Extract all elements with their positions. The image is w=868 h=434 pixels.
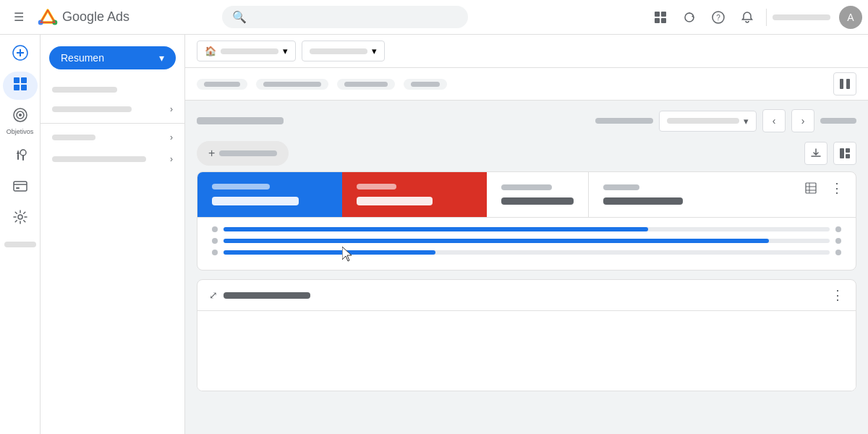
svg-rect-18	[21, 85, 27, 90]
separator-line-2	[820, 118, 856, 124]
stat-red-title	[357, 184, 396, 190]
account-line	[773, 14, 830, 20]
stat-neutral-1-card[interactable]	[487, 172, 589, 217]
filter-chip-4[interactable]	[404, 79, 447, 90]
nav-panel: Resumen ▾ › › ›	[41, 35, 185, 434]
date-filter-chevron-icon: ▾	[372, 46, 377, 56]
grid-view-button[interactable]	[647, 4, 673, 30]
filter-chip-1-label	[204, 82, 240, 87]
svg-rect-16	[21, 77, 27, 83]
svg-rect-30	[846, 79, 850, 89]
campaign-selector[interactable]: 🏠 ▾	[197, 41, 296, 61]
stat-neutral-1-value	[501, 197, 574, 205]
stat-blue-card[interactable]	[197, 172, 342, 217]
separator-line	[595, 118, 653, 124]
widget-more-button[interactable]: ⋮	[827, 178, 847, 198]
page-header-right: ▾ ‹ ›	[595, 109, 856, 132]
home-icon: 🏠	[205, 46, 216, 56]
chart-bar-fill-3	[224, 250, 435, 255]
svg-text:?: ?	[716, 14, 720, 22]
table-view-button[interactable]	[801, 178, 821, 198]
add-widget-button[interactable]: +	[197, 141, 289, 166]
avatar[interactable]: A	[839, 6, 862, 29]
help-button[interactable]: ?	[705, 4, 731, 30]
campaign-selector-label	[221, 48, 278, 54]
hamburger-menu-button[interactable]: ☰	[6, 4, 32, 30]
help-icon: ?	[712, 11, 725, 24]
widget-actions-right	[804, 142, 856, 165]
campaign-selector-chevron-icon: ▾	[283, 46, 288, 56]
refresh-button[interactable]	[676, 4, 702, 30]
stat-neutral-2-card[interactable]	[589, 172, 705, 217]
prev-icon: ‹	[773, 115, 776, 127]
stat-red-card[interactable]	[342, 172, 487, 217]
grid-icon	[654, 11, 667, 24]
stats-widget: ⋮	[197, 171, 856, 271]
nav-item-1[interactable]	[41, 81, 184, 98]
sidebar-item-create[interactable]	[3, 41, 38, 69]
resumen-chevron-icon: ▾	[159, 52, 164, 64]
date-range-selector[interactable]: ▾	[659, 111, 757, 132]
add-widget-plus-icon: +	[208, 147, 215, 160]
filter-chip-1[interactable]	[197, 79, 247, 90]
chart-row-1	[212, 226, 841, 232]
tools-icon	[12, 147, 28, 166]
resumen-label: Resumen	[61, 52, 104, 64]
add-widget-label	[219, 150, 277, 156]
stat-neutral-1-title	[501, 184, 552, 190]
layout-toggle-button[interactable]	[833, 142, 856, 165]
expand-icon[interactable]: ⤢	[209, 289, 218, 301]
sidebar-item-settings[interactable]	[3, 205, 38, 233]
nav-item-4[interactable]: ›	[41, 148, 184, 170]
svg-point-28	[18, 215, 22, 219]
svg-rect-8	[661, 18, 666, 23]
prev-page-button[interactable]: ‹	[762, 109, 786, 132]
svg-rect-31	[840, 148, 844, 158]
filter-chip-3-label	[344, 82, 388, 87]
chart-bar-fill-2	[224, 239, 769, 243]
sidebar-bottom-line	[4, 242, 36, 247]
resumen-button[interactable]: Resumen ▾	[49, 46, 176, 69]
filter-chip-2[interactable]	[256, 79, 328, 90]
date-range-chevron-icon: ▾	[744, 116, 749, 127]
nav-item-4-label	[52, 156, 146, 162]
svg-rect-15	[14, 77, 20, 83]
sidebar-item-tools[interactable]	[3, 142, 38, 171]
download-icon	[810, 148, 822, 159]
stat-blue-value	[212, 197, 299, 205]
columns-button[interactable]	[833, 72, 856, 95]
table-widget-more-button[interactable]: ⋮	[831, 287, 844, 303]
chart-label-2	[212, 238, 218, 244]
filter-chip-3[interactable]	[337, 79, 395, 90]
svg-rect-34	[806, 183, 816, 193]
date-filter-label	[310, 48, 367, 54]
top-navigation: ☰ Google Ads 🔍	[0, 0, 868, 35]
svg-rect-7	[655, 18, 660, 23]
chart-label-1	[212, 226, 218, 232]
svg-point-23	[20, 150, 26, 156]
sidebar-item-billing[interactable]	[3, 174, 38, 202]
widgets-container: ⋮	[185, 171, 868, 403]
sidebar-item-overview[interactable]	[3, 72, 38, 100]
search-bar[interactable]: 🔍	[222, 6, 468, 28]
stats-widget-body	[197, 217, 856, 270]
nav-divider-1	[41, 123, 184, 124]
download-button[interactable]	[804, 142, 827, 165]
next-page-button[interactable]: ›	[791, 109, 814, 132]
nav-item-2[interactable]: ›	[41, 98, 184, 120]
svg-rect-29	[840, 79, 843, 89]
stat-neutral-2-title	[603, 184, 639, 190]
nav-item-3[interactable]: ›	[41, 127, 184, 148]
app-title: Google Ads	[62, 9, 129, 25]
search-input[interactable]	[252, 12, 458, 23]
stat-red-value	[357, 197, 433, 205]
date-filter-selector[interactable]: ▾	[302, 41, 385, 61]
nav-item-2-chevron-icon: ›	[170, 104, 173, 114]
content-area[interactable]: 🏠 ▾ ▾	[185, 35, 868, 434]
refresh-icon	[683, 11, 696, 24]
stat-blue-title	[212, 184, 270, 190]
search-icon: 🔍	[232, 10, 247, 24]
sidebar-item-objectives[interactable]: Objetivos	[3, 103, 38, 140]
stat-neutral-2-value	[603, 197, 683, 205]
notifications-button[interactable]	[734, 4, 760, 30]
